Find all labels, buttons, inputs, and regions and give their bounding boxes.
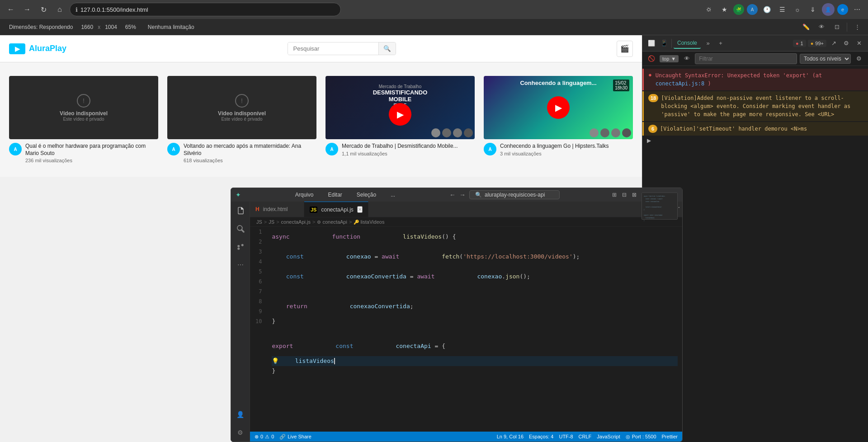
sidebar-icon-search[interactable]: [235, 223, 246, 234]
vscode-search-area[interactable]: 🔍 aluraplay-requisicoes-api: [469, 190, 560, 199]
zoom-dropdown[interactable]: 65%: [122, 22, 140, 32]
eye-icon-btn[interactable]: 👁: [816, 22, 827, 33]
status-encoding[interactable]: UTF-8: [559, 434, 573, 440]
status-line-ending[interactable]: CRLF: [579, 434, 592, 440]
favorites-button[interactable]: ☼: [791, 3, 804, 16]
share-icon-btn[interactable]: ⊡: [831, 22, 842, 33]
settings-devtools-button[interactable]: ⚙: [841, 38, 852, 49]
more-button[interactable]: ⋯: [851, 3, 863, 16]
top-badge[interactable]: top ▼: [660, 55, 679, 62]
punct-9: }: [272, 316, 275, 326]
console-filter-row: 🚫 top ▼ 👁 Todos os níveis ⚙: [642, 52, 868, 66]
console-tab[interactable]: Console: [674, 38, 701, 49]
close-tab-button[interactable]: ✕: [357, 206, 363, 213]
code-line-6: }: [272, 316, 678, 326]
limit-dropdown[interactable]: Nenhuma limitação: [144, 22, 198, 32]
menu-selecao[interactable]: Seleção: [353, 190, 380, 199]
search-button[interactable]: 🔍: [378, 42, 396, 55]
breadcrumb-file[interactable]: conectaApi.js: [281, 219, 311, 225]
status-language[interactable]: JavaScript: [597, 434, 620, 440]
punct-6: .: [502, 272, 505, 282]
responsive-toolbar: Dimensões: Respondendo 1660 x 1004 65% N…: [0, 19, 868, 35]
code-line-3: const conexaoConvertida = await conexao …: [272, 267, 678, 287]
sidebar-icon-more[interactable]: ⋯: [235, 259, 246, 270]
layout-btn-3[interactable]: ⊠: [630, 191, 638, 199]
video-info-1: A Qual é o melhor hardware para programa…: [9, 143, 158, 163]
layout-btn-1[interactable]: ⊞: [610, 191, 618, 199]
sidebar-icon-settings[interactable]: ⚙: [235, 427, 246, 438]
edit-icon-btn[interactable]: ✏️: [801, 22, 811, 33]
videos-grid: ! Vídeo indisponível Este vídeo é privad…: [0, 62, 642, 177]
download-button[interactable]: ⇓: [807, 3, 819, 16]
var-listavideos-ref: listaVideos: [281, 356, 334, 366]
tab-index-html[interactable]: H index.html: [250, 202, 304, 217]
breadcrumb-class[interactable]: ⚙ conectaApi: [317, 219, 347, 225]
search-input[interactable]: [288, 42, 378, 55]
breadcrumb-js-1[interactable]: JS: [256, 219, 262, 225]
error-icon: ⊗: [255, 434, 259, 440]
status-port[interactable]: ◎ Port : 5500: [626, 434, 656, 440]
extension-1-button[interactable]: 🧩: [733, 4, 744, 15]
warn-text-2: [Violation]'setTimeout' handler demorou …: [660, 125, 807, 133]
play-button-3[interactable]: ▶: [389, 103, 411, 126]
sidebar-icon-explorer[interactable]: [235, 205, 246, 216]
layout-btn-2[interactable]: ⊟: [620, 191, 628, 199]
forward-button[interactable]: →: [21, 3, 33, 16]
console-expand-arrow[interactable]: ▶: [642, 136, 868, 145]
dimensions-dropdown[interactable]: Dimensões: Respondendo: [5, 22, 76, 32]
tab-conectaapi-js[interactable]: JS conectaApi.js ✕: [304, 202, 368, 217]
url-bar[interactable]: ℹ 127.0.0.1:5500/index.html: [70, 3, 341, 16]
logo-icon: ▶: [9, 43, 25, 54]
share-devtools-button[interactable]: ↗: [828, 38, 839, 49]
vscode-body: ⋯ 👤 ⚙ H index.html JS conectaApi.js ✕: [231, 202, 682, 442]
tab-icon-js: JS: [310, 207, 317, 213]
menu-arquivo[interactable]: Arquivo: [292, 190, 317, 199]
breadcrumb-method[interactable]: 🔑 listaVideos: [354, 219, 384, 225]
add-video-button[interactable]: 🎬: [617, 41, 633, 57]
code-line-9[interactable]: 💡 listaVideos: [272, 356, 678, 366]
sidebar-icon-git[interactable]: [235, 241, 246, 252]
breadcrumb-sep-2: >: [276, 219, 279, 225]
menu-editar[interactable]: Editar: [324, 190, 345, 199]
title-2: Voltando ao mercado após a mmaternidade:…: [184, 143, 316, 157]
error-link-1[interactable]: conectaApi.js:8: [656, 80, 704, 87]
play-button-4[interactable]: ▶: [547, 96, 570, 119]
menu-more[interactable]: ...: [387, 190, 399, 199]
sidebar-icon-account[interactable]: 👤: [235, 409, 246, 420]
code-content[interactable]: async function listaVideos () { const co…: [267, 227, 682, 432]
clear-console-button[interactable]: 🚫: [646, 53, 657, 64]
status-ln-col[interactable]: Ln 9, Col 16: [497, 434, 524, 440]
eye-filter-button[interactable]: 👁: [681, 53, 692, 64]
status-live-share[interactable]: 🔗 Live Share: [279, 434, 311, 440]
warn-badge-2: 6: [648, 125, 657, 133]
console-filter-input[interactable]: [695, 53, 797, 64]
extension-2-button[interactable]: A: [747, 4, 758, 15]
reading-list-button[interactable]: ☰: [776, 3, 788, 16]
status-spaces[interactable]: Espaços: 4: [529, 434, 553, 440]
more-tabs-button[interactable]: »: [703, 38, 713, 49]
settings-console-button[interactable]: ⚙: [854, 53, 864, 64]
bookmark-button[interactable]: ★: [718, 3, 731, 16]
close-devtools-button[interactable]: ✕: [854, 38, 864, 49]
history-button[interactable]: 🕐: [760, 3, 773, 16]
breadcrumb-js-2[interactable]: JS: [269, 219, 274, 225]
port-text: Port : 5500: [632, 434, 656, 439]
home-button[interactable]: ⌂: [53, 3, 66, 16]
device-button[interactable]: 📱: [659, 38, 670, 49]
inspect-button[interactable]: ⬜: [646, 38, 657, 49]
add-tab-button[interactable]: +: [715, 38, 726, 49]
video-thumb-4[interactable]: Conhecendo a linguagem... 15/0218h30 ▶: [484, 76, 633, 139]
status-prettier[interactable]: Prettier: [662, 434, 678, 440]
status-errors[interactable]: ⊗ 0 ⚠ 0: [255, 434, 274, 440]
vscode-forward-btn[interactable]: →: [459, 191, 466, 198]
reload-button[interactable]: ↻: [37, 3, 50, 16]
edge-icon-button[interactable]: e: [837, 4, 848, 15]
log-level-select[interactable]: Todos os níveis: [800, 54, 851, 64]
settings-icon-btn[interactable]: ⋮: [852, 22, 863, 33]
profile-button[interactable]: 👤: [822, 3, 835, 16]
back-button[interactable]: ←: [5, 3, 17, 16]
video-thumb-3[interactable]: Mercado de Trabalho DESMISTIFICANDO MOBI…: [326, 76, 475, 139]
vscode-back-btn[interactable]: ←: [449, 191, 456, 198]
reader-mode-button[interactable]: ⛭: [703, 3, 715, 16]
vscode-title-center: ← → 🔍 aluraplay-requisicoes-api: [449, 190, 560, 199]
